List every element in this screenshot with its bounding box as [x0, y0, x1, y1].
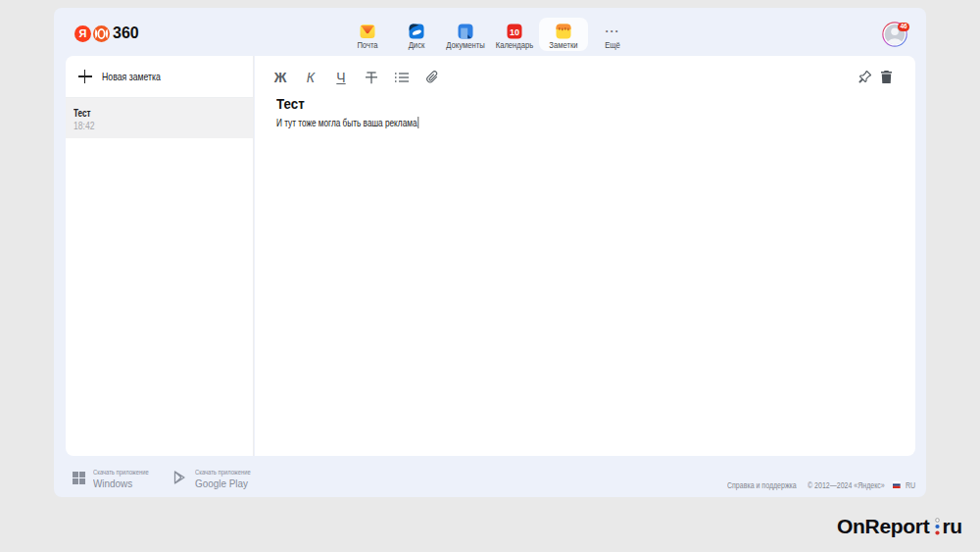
- svg-text:10: 10: [510, 26, 519, 36]
